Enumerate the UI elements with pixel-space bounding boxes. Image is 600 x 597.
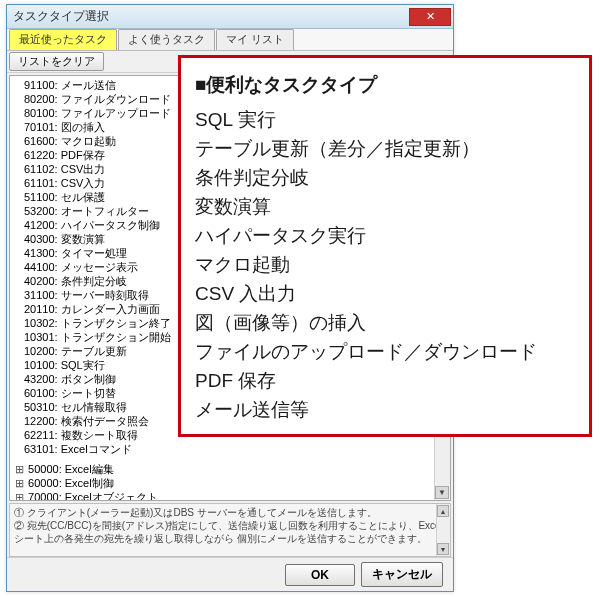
- callout-item: 変数演算: [195, 192, 575, 221]
- tab-label: よく使うタスク: [128, 33, 205, 45]
- button-label: キャンセル: [372, 567, 432, 581]
- callout-item: 図（画像等）の挿入: [195, 308, 575, 337]
- ok-button[interactable]: OK: [285, 564, 355, 586]
- info-line: ② 宛先(CC/BCC)を間接(アドレス)指定にして、送信繰り返し回数を利用する…: [14, 519, 446, 532]
- callout-item: 条件判定分岐: [195, 163, 575, 192]
- tree-item[interactable]: ⊞ 70000: Excelオブジェクト: [14, 490, 432, 501]
- scroll-down-icon[interactable]: ▼: [437, 543, 449, 555]
- clear-list-button[interactable]: リストをクリア: [9, 52, 104, 71]
- tab-my-list[interactable]: マイ リスト: [216, 29, 294, 50]
- expand-icon[interactable]: ⊞: [14, 490, 25, 501]
- info-scrollbar[interactable]: ▲ ▼: [436, 504, 450, 556]
- titlebar[interactable]: タスクタイプ選択 ✕: [7, 5, 453, 29]
- tab-frequent-tasks[interactable]: よく使うタスク: [118, 29, 215, 50]
- callout-item: PDF 保存: [195, 366, 575, 395]
- close-button[interactable]: ✕: [409, 8, 451, 26]
- callout-item: CSV 入出力: [195, 279, 575, 308]
- callout-heading: ■便利なタスクタイプ: [195, 70, 575, 99]
- tab-label: マイ リスト: [226, 33, 284, 45]
- expand-icon[interactable]: ⊞: [14, 476, 25, 490]
- callout-item: ファイルのアップロード／ダウンロード: [195, 337, 575, 366]
- tab-recent-tasks[interactable]: 最近使ったタスク: [9, 29, 117, 50]
- tabs-row: 最近使ったタスク よく使うタスク マイ リスト: [7, 29, 453, 51]
- callout-item: テーブル更新（差分／指定更新）: [195, 134, 575, 163]
- window-title: タスクタイプ選択: [13, 8, 409, 25]
- tree-item[interactable]: ⊞ 60000: Excel制御: [14, 476, 432, 490]
- callout-item: SQL 実行: [195, 105, 575, 134]
- callout-item: ハイパータスク実行: [195, 221, 575, 250]
- tree-item[interactable]: ⊞ 50000: Excel編集: [14, 462, 432, 476]
- button-label: OK: [311, 568, 329, 582]
- tab-label: 最近使ったタスク: [19, 33, 107, 45]
- button-bar: OK キャンセル: [7, 557, 453, 591]
- list-item[interactable]: 63101: Excelコマンド: [14, 442, 432, 456]
- button-label: リストをクリア: [18, 55, 95, 67]
- callout-panel: ■便利なタスクタイプ SQL 実行テーブル更新（差分／指定更新）条件判定分岐変数…: [178, 55, 592, 437]
- scroll-up-icon[interactable]: ▲: [437, 505, 449, 517]
- info-line: ① クライアント(メーラー起動)又はDBS サーバーを通してメールを送信します。: [14, 506, 446, 519]
- callout-item: メール送信等: [195, 395, 575, 424]
- info-line: シート上の各発生の宛先を繰り返し取得しながら 個別にメールを送信することができま…: [14, 532, 446, 545]
- scroll-down-icon[interactable]: ▼: [435, 486, 449, 499]
- expand-icon[interactable]: ⊞: [14, 462, 25, 476]
- cancel-button[interactable]: キャンセル: [361, 562, 443, 587]
- close-icon: ✕: [426, 10, 435, 23]
- info-panel: ① クライアント(メーラー起動)又はDBS サーバーを通してメールを送信します。…: [9, 503, 451, 557]
- callout-item: マクロ起動: [195, 250, 575, 279]
